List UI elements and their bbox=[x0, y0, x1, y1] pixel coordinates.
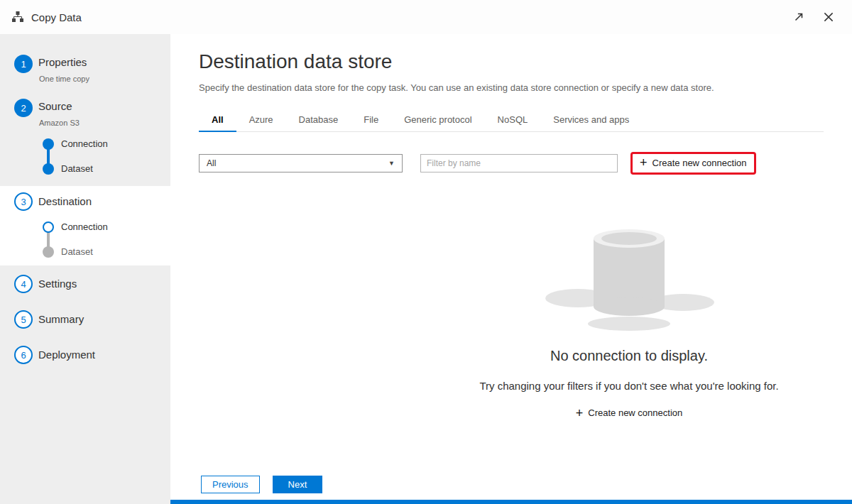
wizard-footer: Previous Next bbox=[201, 476, 322, 493]
create-new-connection-button[interactable]: + Create new connection bbox=[640, 158, 747, 168]
close-icon[interactable] bbox=[822, 11, 835, 23]
source-dataset-circle[interactable] bbox=[43, 163, 54, 175]
filter-toolbar: All ▼ + Create new connection bbox=[199, 152, 824, 175]
sidebar-item-destination-dataset[interactable]: Dataset bbox=[61, 246, 93, 257]
tab-database[interactable]: Database bbox=[286, 110, 351, 131]
expand-icon[interactable] bbox=[792, 11, 805, 23]
previous-button[interactable]: Previous bbox=[201, 476, 260, 493]
titlebar-actions bbox=[792, 11, 841, 23]
empty-state: No connection to display. Try changing y… bbox=[416, 219, 842, 418]
filter-by-name-input[interactable] bbox=[420, 154, 618, 172]
copy-data-icon bbox=[11, 11, 24, 23]
step-circle-destination[interactable]: 3 bbox=[14, 192, 33, 211]
source-connection-circle[interactable] bbox=[43, 138, 54, 150]
titlebar: Copy Data bbox=[0, 0, 852, 34]
page-subtitle: Specify the destination data store for t… bbox=[199, 82, 824, 93]
step-circle-summary[interactable]: 5 bbox=[14, 310, 33, 329]
tab-services-and-apps[interactable]: Services and apps bbox=[540, 110, 642, 131]
tab-all[interactable]: All bbox=[199, 110, 236, 132]
category-dropdown[interactable]: All ▼ bbox=[199, 154, 403, 172]
empty-bucket-illustration bbox=[544, 219, 714, 332]
category-dropdown-value: All bbox=[207, 158, 216, 168]
step-circle-deployment[interactable]: 6 bbox=[14, 346, 33, 364]
sidebar-item-destination-connection[interactable]: Connection bbox=[61, 221, 108, 232]
step-circle-properties[interactable]: 1 bbox=[14, 55, 33, 73]
step-number: 6 bbox=[21, 350, 26, 361]
annotation-highlight: + Create new connection bbox=[630, 152, 756, 175]
window-title: Copy Data bbox=[31, 11, 82, 23]
plus-icon: + bbox=[640, 158, 648, 168]
plus-icon: + bbox=[576, 408, 584, 418]
main-panel: Destination data store Specify the desti… bbox=[170, 34, 852, 504]
sidebar-item-source-dataset[interactable]: Dataset bbox=[61, 163, 93, 174]
properties-subtitle: One time copy bbox=[39, 75, 89, 83]
source-subtitle: Amazon S3 bbox=[39, 119, 80, 127]
sidebar-item-properties[interactable]: Properties bbox=[38, 56, 87, 68]
empty-state-hint: Try changing your filters if you don't s… bbox=[416, 380, 842, 392]
destination-dataset-circle[interactable] bbox=[43, 246, 54, 258]
destination-connection-circle[interactable] bbox=[43, 221, 54, 233]
tab-nosql[interactable]: NoSQL bbox=[485, 110, 541, 131]
sidebar-item-summary[interactable]: Summary bbox=[38, 313, 84, 325]
step-circle-source[interactable]: 2 bbox=[14, 99, 33, 117]
tab-azure[interactable]: Azure bbox=[236, 110, 286, 131]
wizard-steps-sidebar: 1 Properties One time copy 2 Source Amaz… bbox=[0, 34, 170, 504]
empty-state-title: No connection to display. bbox=[416, 348, 842, 364]
sidebar-item-deployment[interactable]: Deployment bbox=[38, 349, 95, 361]
step-number: 1 bbox=[21, 59, 26, 70]
sidebar-item-destination[interactable]: Destination bbox=[38, 195, 92, 207]
bottom-accent-bar bbox=[170, 500, 852, 504]
step-number: 3 bbox=[21, 197, 26, 207]
create-new-connection-link-label: Create new connection bbox=[588, 407, 682, 418]
step-number: 2 bbox=[21, 103, 26, 114]
step-circle-settings[interactable]: 4 bbox=[14, 275, 33, 293]
step-number: 5 bbox=[21, 314, 26, 325]
sidebar-item-source-connection[interactable]: Connection bbox=[61, 138, 108, 149]
sidebar-item-settings[interactable]: Settings bbox=[38, 278, 77, 290]
create-new-connection-label: Create new connection bbox=[652, 158, 747, 168]
chevron-down-icon: ▼ bbox=[388, 160, 395, 167]
create-new-connection-link[interactable]: + Create new connection bbox=[576, 407, 683, 418]
page-title: Destination data store bbox=[199, 50, 824, 74]
next-button[interactable]: Next bbox=[273, 476, 323, 493]
sidebar-item-source[interactable]: Source bbox=[38, 100, 72, 112]
datastore-category-tabs: All Azure Database File Generic protocol… bbox=[199, 110, 824, 132]
step-number: 4 bbox=[21, 279, 26, 290]
tab-file[interactable]: File bbox=[351, 110, 391, 131]
tab-generic-protocol[interactable]: Generic protocol bbox=[391, 110, 484, 131]
